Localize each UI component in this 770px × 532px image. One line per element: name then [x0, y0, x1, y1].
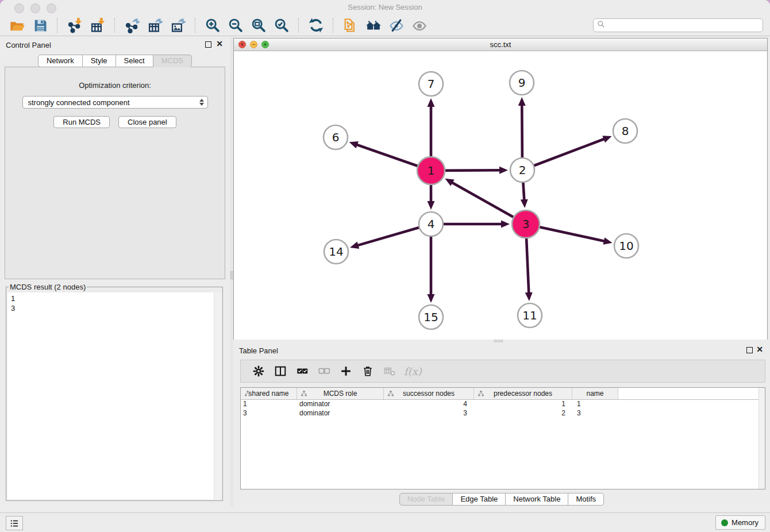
export-table-button[interactable]	[147, 17, 164, 34]
export-network-button[interactable]	[124, 17, 141, 34]
mcds-result-values: 1 3	[7, 292, 221, 313]
task-history-button[interactable]	[6, 516, 23, 530]
deselect-all-button[interactable]	[317, 364, 331, 378]
zoom-selected-button[interactable]	[273, 17, 290, 34]
node-14[interactable]: 14	[324, 240, 348, 264]
node-2[interactable]: 2	[510, 158, 534, 182]
delete-table-button[interactable]	[383, 364, 396, 378]
column-header-successor-nodes[interactable]: successor nodes	[384, 388, 474, 399]
tab-node-table[interactable]: Node Table	[399, 493, 453, 506]
node-7[interactable]: 7	[419, 72, 443, 96]
edge-2-8[interactable]	[522, 138, 605, 170]
show-eye-icon	[411, 17, 428, 33]
cell-MCDS-role[interactable]: dominator	[297, 400, 384, 409]
select-all-checked-button[interactable]	[295, 364, 309, 378]
column-header-MCDS-role[interactable]: MCDS role	[297, 388, 384, 399]
select-all-checked-icon	[296, 365, 309, 377]
table-scrollbar[interactable]	[759, 388, 765, 489]
zoom-in-button[interactable]	[204, 17, 221, 34]
refresh-button[interactable]	[307, 17, 325, 34]
column-label: shared name	[248, 390, 288, 398]
cell-shared-name[interactable]: 3	[241, 409, 297, 418]
import-network-icon	[67, 17, 83, 33]
node-11[interactable]: 11	[518, 303, 542, 327]
cell-shared-name[interactable]: 1	[241, 400, 297, 409]
app-titlebar: Session: New Session	[0, 0, 770, 15]
node-4[interactable]: 4	[419, 212, 443, 236]
cell-name[interactable]: 3	[572, 409, 618, 418]
search-box[interactable]	[593, 18, 763, 32]
tab-edge-table[interactable]: Edge Table	[453, 493, 506, 506]
mcds-result-title: MCDS result (2 nodes)	[9, 283, 87, 291]
hierarchy-icon	[301, 390, 307, 399]
zoom-fit-button[interactable]	[250, 17, 267, 34]
column-label: name	[586, 390, 603, 398]
trash-button[interactable]	[361, 364, 375, 378]
node-table[interactable]: shared nameMCDS rolesuccessor nodesprede…	[240, 387, 765, 489]
import-table-button[interactable]	[89, 17, 106, 34]
settings-gear-button[interactable]	[252, 364, 265, 378]
run-mcds-button[interactable]: Run MCDS	[53, 116, 110, 128]
save-button[interactable]	[32, 17, 49, 34]
clone-network-button[interactable]	[342, 17, 359, 34]
tab-mcds[interactable]: MCDS	[153, 55, 192, 67]
tab-network-table[interactable]: Network Table	[506, 493, 568, 506]
function-builder-button[interactable]: f(x)	[404, 365, 422, 377]
float-panel-icon[interactable]	[205, 41, 211, 48]
cell-successor-nodes[interactable]: 4	[384, 400, 474, 409]
arrowhead-icon	[603, 237, 613, 245]
show-eye-button[interactable]	[411, 17, 428, 34]
node-label: 14	[329, 245, 343, 259]
search-input[interactable]	[605, 20, 763, 31]
float-table-panel-icon[interactable]	[746, 347, 753, 353]
column-header-predecessor-nodes[interactable]: predecessor nodes	[474, 388, 572, 399]
result-scrollbar[interactable]	[214, 292, 221, 499]
node-6[interactable]: 6	[324, 125, 348, 149]
zoom-out-button[interactable]	[227, 17, 244, 34]
memory-button[interactable]: Memory	[715, 515, 765, 530]
columns-button[interactable]	[274, 364, 287, 378]
show-all-houses-button[interactable]	[365, 17, 382, 34]
optimization-criterion-select[interactable]: strongly connected component	[22, 96, 208, 109]
cell-successor-nodes[interactable]: 3	[384, 409, 474, 418]
node-1[interactable]: 1	[417, 157, 445, 184]
tab-motifs[interactable]: Motifs	[568, 493, 604, 506]
tab-network[interactable]: Network	[38, 55, 83, 67]
column-header-name[interactable]: name	[572, 388, 618, 399]
export-image-button[interactable]	[170, 17, 187, 34]
close-panel-icon[interactable]: ✕	[216, 39, 223, 48]
cell-predecessor-nodes[interactable]: 1	[474, 400, 572, 409]
cell-MCDS-role[interactable]: dominator	[297, 409, 384, 418]
tab-style[interactable]: Style	[83, 55, 116, 67]
toolbar-separator	[333, 18, 334, 33]
network-graph[interactable]: 7968124314101511	[234, 51, 767, 340]
toolbar-separator	[195, 18, 196, 33]
node-15[interactable]: 15	[419, 305, 443, 329]
clone-network-icon	[342, 17, 359, 33]
hide-eye-slash-button[interactable]	[388, 17, 405, 34]
selected-option: strongly connected component	[28, 98, 199, 107]
node-9[interactable]: 9	[510, 71, 534, 95]
column-header-shared-name[interactable]: shared name	[241, 388, 297, 399]
node-8[interactable]: 8	[613, 119, 637, 143]
node-10[interactable]: 10	[614, 234, 638, 258]
close-table-panel-icon[interactable]: ✕	[756, 345, 763, 354]
table-row[interactable]: 1dominator411	[241, 400, 765, 409]
add-plus-button[interactable]	[339, 364, 353, 378]
network-canvas[interactable]: 7968124314101511	[234, 51, 767, 340]
node-3[interactable]: 3	[512, 210, 540, 238]
import-network-button[interactable]	[66, 17, 83, 34]
cell-name[interactable]: 1	[572, 400, 618, 409]
network-window-titlebar[interactable]: × – + scc.txt	[234, 38, 767, 51]
table-row[interactable]: 3dominator323	[241, 409, 765, 418]
cell-predecessor-nodes[interactable]: 2	[474, 409, 572, 418]
open-folder-button[interactable]	[9, 17, 26, 34]
zoom-fit-icon	[251, 17, 267, 33]
memory-label: Memory	[732, 518, 759, 527]
mcds-result-list[interactable]: 1 3	[7, 292, 221, 499]
zoom-in-icon	[205, 17, 221, 33]
tab-select[interactable]: Select	[116, 55, 153, 67]
arrowhead-icon	[428, 98, 435, 107]
close-panel-button[interactable]: Close panel	[118, 116, 176, 128]
import-table-icon	[90, 17, 106, 33]
